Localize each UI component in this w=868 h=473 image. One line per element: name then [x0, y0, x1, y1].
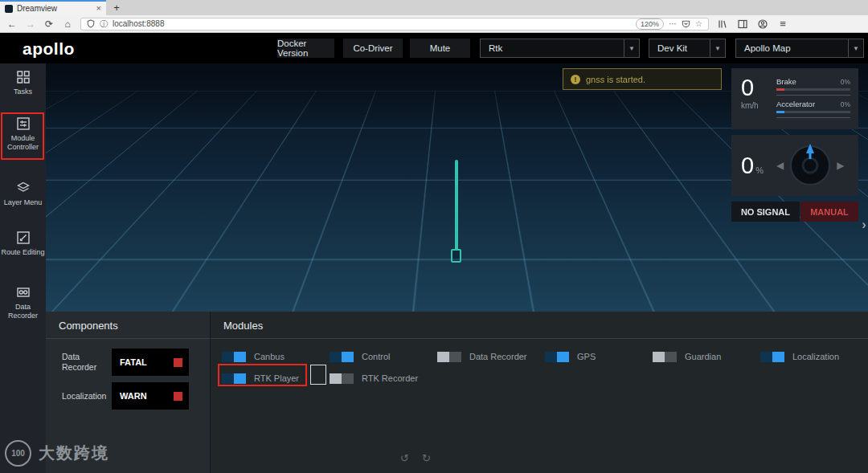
status-indicator-square: [174, 358, 182, 367]
components-title: Components: [46, 312, 210, 339]
sidebar-item-label: Layer Menu: [0, 198, 46, 207]
layer-menu-icon: [0, 181, 46, 195]
module-label: Canbus: [254, 352, 285, 361]
browser-nav-bar: ← → ⟳ ⌂ ⓘ localhost:8888 120% ⋯ ☆ ≡: [0, 15, 868, 33]
setup-mode-dropdown[interactable]: Rtk ▼: [480, 39, 640, 58]
steering-card: 0% ◀ ▶: [731, 135, 858, 196]
bottom-panel: Components Data Recorder FATAL Localizat…: [46, 312, 868, 473]
map-dropdown[interactable]: Apollo Map ▼: [735, 39, 864, 58]
new-tab-button[interactable]: +: [106, 0, 127, 15]
speed-card: 0 km/h Brake0% Accelerator0%: [731, 68, 858, 129]
home-icon[interactable]: ⌂: [62, 19, 73, 29]
accelerator-bar: [776, 111, 850, 113]
module-controller-icon: [0, 116, 46, 131]
account-icon[interactable]: [756, 19, 769, 29]
sidebar-item-label: Data Recorder: [0, 303, 46, 320]
module-item-rtk-recorder: RTK Recorder: [330, 370, 437, 386]
gps-toggle[interactable]: [545, 352, 569, 362]
chevron-down-icon[interactable]: ▼: [624, 39, 639, 57]
rtk-player-toggle[interactable]: [222, 373, 246, 384]
tab-close-icon[interactable]: ×: [96, 4, 101, 13]
zoom-level-badge[interactable]: 120%: [636, 18, 664, 30]
setup-mode-value: Rtk: [481, 39, 624, 57]
page: Dreamview × + ← → ⟳ ⌂ ⓘ localhost:8888 1…: [0, 0, 868, 473]
module-item-guardian: Guardian: [653, 349, 760, 365]
signal-status-badge: NO SIGNAL: [731, 202, 800, 222]
rotate-left-icon[interactable]: ↺: [400, 453, 409, 463]
module-label: Data Recorder: [469, 352, 527, 361]
brake-bar: [776, 88, 850, 91]
module-item-control: Control: [330, 349, 437, 365]
hamburger-menu-icon[interactable]: ≡: [776, 18, 789, 30]
module-label: Guardian: [685, 352, 721, 361]
speed-unit: km/h: [741, 101, 776, 110]
module-label: RTK Recorder: [362, 373, 418, 383]
module-label: RTK Player: [254, 373, 299, 383]
speed-value: 0: [741, 75, 776, 100]
steering-wheel-icon: [787, 141, 833, 190]
chevron-down-icon[interactable]: ▼: [710, 39, 725, 57]
mute-button[interactable]: Mute: [410, 39, 470, 58]
modules-panel: Modules Canbus Control Data Recorder GPS: [210, 312, 868, 473]
sidebar-item-route-editing[interactable]: Route Editing: [0, 230, 46, 257]
status-badges: NO SIGNAL MANUAL: [731, 202, 858, 222]
module-label: Control: [362, 352, 390, 361]
tasks-icon: [0, 70, 46, 84]
back-icon[interactable]: ←: [6, 19, 18, 29]
sidebar-item-module-controller[interactable]: Module Controller: [0, 116, 46, 152]
component-row: Data Recorder FATAL: [55, 349, 200, 376]
vehicle-value: Dev Kit: [649, 39, 710, 57]
sidebar-item-tasks[interactable]: Tasks: [0, 70, 46, 96]
component-label: Localization: [55, 391, 112, 402]
site-info-icon[interactable]: ⓘ: [100, 20, 108, 28]
ego-trajectory-line: [455, 160, 458, 253]
route-editing-icon: [0, 230, 46, 245]
panel-expand-chevron[interactable]: ›: [862, 217, 866, 233]
localization-toggle[interactable]: [760, 352, 784, 362]
control-toggle[interactable]: [330, 352, 354, 362]
tab-favicon: [5, 5, 13, 13]
steering-value: 0: [741, 153, 754, 178]
library-icon[interactable]: [716, 19, 729, 29]
module-item-gps: GPS: [545, 349, 653, 365]
turn-right-arrow-icon: ▶: [833, 160, 847, 171]
forward-icon[interactable]: →: [25, 19, 36, 29]
drive-mode-badge: MANUAL: [800, 202, 858, 222]
sidebar-item-layer-menu[interactable]: Layer Menu: [0, 181, 46, 207]
chevron-down-icon[interactable]: ▼: [848, 39, 863, 57]
component-label: Data Recorder: [55, 352, 112, 373]
watermark: 100 大数跨境: [5, 440, 109, 467]
vehicle-dropdown[interactable]: Dev Kit ▼: [649, 39, 726, 58]
url-text[interactable]: localhost:8888: [113, 19, 631, 28]
browser-tab[interactable]: Dreamview ×: [0, 0, 106, 15]
pocket-icon[interactable]: [682, 19, 690, 28]
status-text: FATAL: [120, 357, 147, 367]
rtk-recorder-toggle[interactable]: [330, 373, 354, 384]
steering-unit: %: [755, 165, 764, 175]
data-recorder-toggle[interactable]: [437, 352, 461, 362]
module-item-localization: Localization: [760, 349, 868, 365]
scene-3d-view[interactable]: ! gnss is started. 0 km/h Brake0% Accele…: [46, 63, 868, 312]
reload-icon[interactable]: ⟳: [43, 19, 55, 29]
page-actions-icon[interactable]: ⋯: [669, 20, 677, 28]
brake-value: 0%: [841, 78, 850, 86]
sidebar-toggle-icon[interactable]: [736, 19, 749, 29]
sidebar-item-data-recorder[interactable]: Data Recorder: [0, 285, 46, 320]
component-row: Localization WARN: [55, 382, 200, 410]
status-text: WARN: [120, 391, 147, 401]
browser-tab-bar: Dreamview × +: [0, 0, 868, 15]
docker-version-button[interactable]: Docker Version: [277, 39, 334, 58]
sidebar-item-label: Tasks: [0, 88, 46, 96]
module-label: Localization: [792, 352, 839, 361]
rotate-right-icon[interactable]: ↻: [422, 453, 431, 463]
apollo-logo: apollo: [23, 39, 75, 59]
bookmark-star-icon[interactable]: ☆: [695, 20, 702, 28]
co-driver-button[interactable]: Co-Driver: [343, 39, 403, 58]
shield-icon[interactable]: [87, 19, 95, 28]
canbus-toggle[interactable]: [222, 352, 246, 362]
tab-title: Dreamview: [17, 4, 92, 13]
guardian-toggle[interactable]: [653, 352, 677, 362]
sidebar-item-label: Route Editing: [0, 248, 46, 257]
sidebar: Tasks Module Controller Layer Menu Route…: [0, 63, 46, 473]
url-bar[interactable]: ⓘ localhost:8888 120% ⋯ ☆: [80, 18, 709, 31]
